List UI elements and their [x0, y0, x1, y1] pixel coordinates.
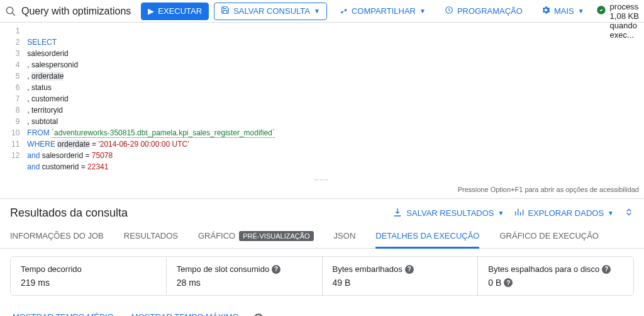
- save-label: SALVAR CONSULTA: [233, 6, 310, 16]
- share-icon: [339, 6, 348, 16]
- save-query-button[interactable]: SALVAR CONSULTA ▼: [214, 3, 327, 20]
- help-icon[interactable]: ?: [254, 313, 263, 317]
- help-icon[interactable]: ?: [405, 265, 414, 274]
- code-line: =: [90, 140, 99, 149]
- save-results-button[interactable]: SALVAR RESULTADOS ▼: [392, 207, 504, 219]
- code-line: =: [79, 162, 87, 171]
- results-title: Resultados da consulta: [10, 206, 128, 220]
- metric-value: 28 ms: [177, 278, 312, 288]
- caret-down-icon: ▼: [314, 8, 320, 14]
- metric-label: Tempo decorrido: [21, 264, 82, 274]
- more-label: MAIS: [554, 6, 574, 16]
- clock-icon: [445, 6, 453, 16]
- save-icon: [221, 6, 230, 16]
- code-line: WHERE: [27, 140, 57, 149]
- accessibility-hint: Pressione Option+F1 para abrir as opções…: [0, 184, 644, 198]
- query-title: Query with optimizations: [21, 6, 131, 17]
- play-icon: ▶: [148, 6, 154, 16]
- share-label: COMPARTILHAR: [352, 6, 416, 16]
- resize-handle[interactable]: ━━━: [0, 175, 644, 184]
- code-line: salesorderid: [42, 151, 83, 160]
- result-tabs: INFORMAÇÕES DO JOB RESULTADOS GRÁFICOPRÉ…: [0, 225, 644, 249]
- metric-label: Bytes espalhados para o disco: [488, 264, 599, 274]
- explore-button[interactable]: EXPLORAR DADOS ▼: [514, 207, 614, 219]
- tab-job-info[interactable]: INFORMAÇÕES DO JOB: [10, 225, 104, 248]
- metrics-panel: Tempo decorrido 219 ms Tempo de slot con…: [10, 256, 634, 296]
- code-line: , status: [27, 83, 52, 92]
- code-line: 75078: [92, 151, 113, 160]
- help-icon[interactable]: ?: [504, 278, 513, 287]
- line-gutter: 123456789101112: [0, 25, 27, 172]
- preview-badge: PRÉ-VISUALIZAÇÃO: [239, 231, 313, 241]
- schedule-button[interactable]: PROGRAMAÇÃO: [438, 3, 530, 20]
- check-circle-icon: [596, 5, 606, 17]
- download-icon: [392, 207, 402, 219]
- subtab-avg-time[interactable]: MOSTRAR TEMPO MÉDIO: [10, 306, 116, 316]
- code-line: =: [83, 151, 92, 160]
- sql-editor[interactable]: 123456789101112 SELECT salesorderid , sa…: [0, 23, 644, 175]
- code-line: `adventureworks-350815.dbt_pamela.kpi_sa…: [52, 128, 275, 138]
- tab-json[interactable]: JSON: [334, 225, 356, 248]
- gear-icon: [541, 6, 550, 16]
- code-line: , subtotal: [27, 117, 58, 126]
- code-line: salesorderid: [27, 49, 68, 58]
- expand-icon: [624, 207, 634, 219]
- svg-point-0: [6, 7, 13, 14]
- execute-button[interactable]: ▶ EXECUTAR: [141, 3, 209, 20]
- code-line: orderdate: [31, 72, 64, 81]
- metric-slot-time: Tempo de slot consumido? 28 ms: [167, 257, 323, 295]
- caret-down-icon: ▼: [498, 210, 504, 217]
- tab-chart-label: GRÁFICO: [198, 231, 235, 240]
- metric-bytes-shuffled: Bytes embarlhados? 49 B: [323, 257, 479, 295]
- share-button[interactable]: COMPARTILHAR ▼: [332, 3, 433, 20]
- chart-icon: [514, 207, 524, 219]
- code-line: '2014-06-29 00:00:00 UTC': [98, 140, 189, 149]
- code-line: , customerid: [27, 94, 68, 103]
- caret-down-icon: ▼: [608, 210, 614, 217]
- metric-elapsed: Tempo decorrido 219 ms: [11, 257, 167, 295]
- expand-button[interactable]: [624, 207, 634, 219]
- code-line: SELECT: [27, 38, 57, 47]
- metric-value: 219 ms: [21, 278, 156, 288]
- code-line: 22341: [87, 162, 108, 171]
- help-icon[interactable]: ?: [602, 265, 611, 274]
- execute-label: EXECUTAR: [158, 6, 202, 16]
- schedule-label: PROGRAMAÇÃO: [457, 6, 523, 16]
- query-status: Esta consulta processará 1,08 KB quando …: [596, 0, 639, 40]
- code-line: and: [27, 151, 42, 160]
- code-line: , territoryid: [27, 106, 63, 115]
- more-button[interactable]: MAIS ▼: [535, 3, 591, 20]
- save-results-label: SALVAR RESULTADOS: [406, 208, 494, 218]
- code-line: , salespersonid: [27, 60, 78, 69]
- code-line: customerid: [42, 162, 79, 171]
- subtab-max-time[interactable]: MOSTRAR TEMPO MÁXIMO: [129, 306, 242, 316]
- metric-label: Tempo de slot consumido: [177, 264, 269, 274]
- code-line: FROM: [27, 128, 52, 137]
- metric-label: Bytes embarlhados: [333, 264, 402, 274]
- caret-down-icon: ▼: [578, 8, 584, 14]
- tab-chart[interactable]: GRÁFICOPRÉ-VISUALIZAÇÃO: [198, 225, 314, 248]
- metric-value: 49 B: [333, 278, 468, 288]
- tab-execution-graph[interactable]: GRÁFICO DE EXECUÇÃO: [499, 225, 598, 248]
- help-icon[interactable]: ?: [272, 265, 280, 274]
- time-subtabs: MOSTRAR TEMPO MÉDIO MOSTRAR TEMPO MÁXIMO…: [0, 306, 644, 316]
- tab-execution-details[interactable]: DETALHES DA EXECUÇÃO: [375, 225, 479, 248]
- code-line: orderdate: [57, 140, 89, 149]
- tab-results[interactable]: RESULTADOS: [124, 225, 178, 248]
- code-line: and: [27, 162, 42, 171]
- metric-value: 0 B: [488, 278, 501, 288]
- metric-bytes-spilled: Bytes espalhados para o disco? 0 B?: [478, 257, 633, 295]
- magnifier-icon: [5, 5, 16, 18]
- caret-down-icon: ▼: [419, 8, 426, 14]
- status-text: Esta consulta processará 1,08 KB quando …: [610, 0, 639, 40]
- explore-label: EXPLORAR DADOS: [528, 208, 604, 218]
